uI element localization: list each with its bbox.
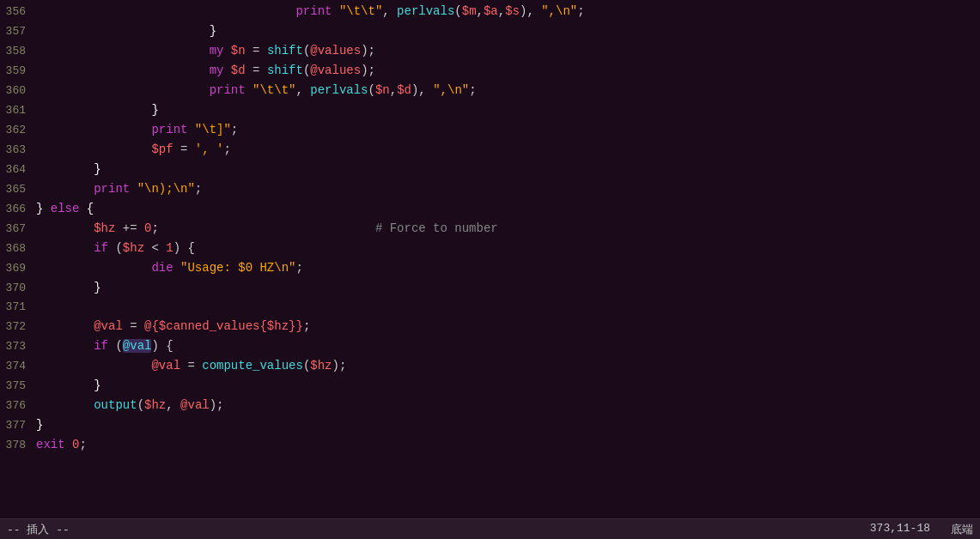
line-number: 375 (0, 377, 33, 396)
line-number: 368 (0, 239, 33, 258)
line-number: 360 (0, 82, 33, 100)
code-line: 372 @val = @{$canned_values{$hz}}; (0, 317, 980, 336)
token: "\n);\n" (137, 182, 195, 196)
status-right: 373,11-18 底端 (870, 522, 973, 537)
token: @values (310, 44, 361, 58)
code-line: 356 print "\t\t", perlvals($m,$a,$s), ",… (0, 2, 980, 21)
editor-area: 356 print "\t\t", perlvals($m,$a,$s), ",… (0, 0, 980, 518)
line-content: $pf = ', '; (33, 140, 980, 159)
code-line: 362 print "\t]"; (0, 120, 980, 140)
status-scroll: 底端 (951, 522, 973, 537)
token: ( (108, 241, 123, 255)
token: perlvals (397, 4, 454, 18)
code-line: 365 print "\n);\n"; (0, 179, 980, 199)
token: $hz (123, 241, 144, 255)
code-line: 376 output($hz, @val); (0, 396, 980, 415)
token: ; (195, 182, 202, 196)
token: , (477, 4, 484, 18)
token: "\t\t" (339, 4, 382, 18)
token: die (151, 261, 173, 275)
token: ( (368, 83, 375, 97)
token: ( (108, 339, 123, 353)
token: ",\n" (541, 4, 577, 18)
token: ",\n" (433, 83, 469, 97)
line-content: } (33, 160, 980, 179)
token (173, 261, 180, 275)
token: @val (180, 398, 210, 412)
token: $n (231, 44, 246, 58)
code-line: 368 if ($hz < 1) { (0, 239, 980, 258)
token (36, 162, 94, 176)
line-content: } (33, 100, 980, 119)
status-bar: -- 插入 -- 373,11-18 底端 (0, 518, 980, 539)
line-number: 376 (0, 397, 33, 415)
code-line: 374 @val = compute_values($hz); (0, 356, 980, 376)
token: compute_values (202, 359, 303, 372)
token: shift (267, 44, 303, 58)
line-number: 366 (0, 200, 33, 219)
line-number: 377 (0, 416, 33, 435)
token: if (94, 241, 108, 255)
token: ; (295, 261, 302, 275)
token (36, 4, 295, 18)
code-line: 360 print "\t\t", perlvals($n,$d), ",\n"… (0, 81, 980, 100)
code-line: 375 } (0, 376, 980, 396)
token: @values (310, 64, 361, 77)
token (36, 241, 94, 255)
token: my (210, 64, 224, 77)
code-line: 378exit 0; (0, 435, 980, 455)
line-content: print "\t\t", perlvals($m,$a,$s), ",\n"; (33, 2, 980, 21)
token: $a (484, 4, 498, 18)
token (36, 261, 151, 275)
token (36, 379, 94, 392)
token: ; (303, 319, 310, 333)
token: ), (520, 4, 541, 18)
token: print (295, 4, 332, 18)
token: , (382, 4, 397, 18)
token (36, 83, 210, 97)
token (65, 438, 72, 451)
token: $d (397, 83, 411, 97)
token: $s (505, 4, 520, 18)
token: @{$canned_values{$hz}} (144, 319, 303, 333)
code-line: 361 } (0, 100, 980, 120)
token: $n (375, 83, 390, 97)
code-line: 371 (0, 298, 980, 317)
token: } (36, 202, 51, 215)
token: ( (454, 4, 461, 18)
status-position: 373,11-18 (870, 522, 930, 537)
token: = (123, 319, 144, 333)
line-number: 378 (0, 436, 33, 455)
token: $hz (310, 359, 332, 372)
token (36, 24, 210, 38)
token: perlvals (310, 83, 368, 97)
line-content: die "Usage: $0 HZ\n"; (33, 258, 980, 277)
token: } (94, 281, 100, 294)
code-line: 367 $hz += 0; # Force to number (0, 219, 980, 239)
token (36, 319, 94, 333)
token: print (151, 123, 187, 136)
token: "Usage: $0 HZ\n" (180, 261, 295, 275)
token: ), (411, 83, 433, 97)
code-line: 358 my $n = shift(@values); (0, 41, 980, 61)
token: print (94, 182, 130, 196)
token: , (166, 398, 180, 412)
line-content: my $d = shift(@values); (33, 61, 980, 80)
line-number: 373 (0, 337, 33, 356)
status-mode: -- 插入 -- (7, 522, 870, 537)
line-content: } else { (33, 199, 980, 218)
line-number: 364 (0, 160, 33, 179)
token: $m (462, 4, 477, 18)
token: $pf (151, 142, 173, 156)
token: { (79, 202, 94, 215)
line-content: } (33, 415, 980, 434)
line-number: 356 (0, 3, 33, 21)
token: , (390, 83, 397, 97)
token: ', ' (195, 142, 224, 156)
token: ) { (151, 339, 173, 353)
line-number: 374 (0, 357, 33, 376)
line-number: 363 (0, 141, 33, 160)
line-number: 367 (0, 220, 33, 239)
token: } (210, 24, 216, 38)
line-number: 365 (0, 180, 33, 199)
